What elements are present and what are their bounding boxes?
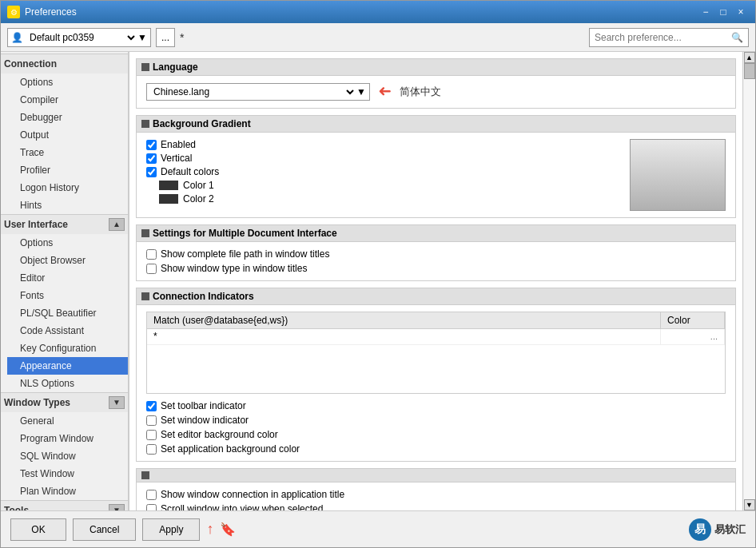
toolbar-indicator-label: Set toolbar indicator [161,400,246,411]
sidebar-item-editor[interactable]: Editor [7,269,128,287]
color1-item: Color 1 [146,180,219,191]
ok-button[interactable]: OK [10,518,66,541]
scroll-thumb[interactable] [744,63,755,79]
sidebar-item-program-window[interactable]: Program Window [7,430,128,447]
enabled-label: Enabled [161,139,196,150]
table-empty-area [147,345,725,393]
scroll-checkbox[interactable] [146,504,157,511]
window-conn-body: Show window connection in application ti… [137,482,735,510]
modified-indicator: * [180,31,184,44]
language-select[interactable]: Chinese.lang [150,85,356,98]
table-row[interactable]: * ... [147,329,725,345]
search-input[interactable] [595,32,731,43]
sidebar-item-output[interactable]: Output [7,126,128,144]
content-with-scrollbar: Language Chinese.lang ▼ ➜ [129,52,755,510]
sidebar-section-connection-label: Connection [4,57,125,71]
editor-bg-label: Set editor background color [161,429,278,440]
bg-gradient-label: Background Gradient [153,118,251,129]
sidebar-item-logon-history[interactable]: Logon History [7,179,128,197]
profile-select[interactable]: Default pc0359 [26,31,137,44]
toolbar-indicator-row: Set toolbar indicator [146,400,726,411]
vertical-scrollbar[interactable]: ▲ ▼ [742,52,755,510]
bookmark-icon: 🔖 [220,522,236,537]
sidebar-item-hints[interactable]: Hints [7,197,128,214]
sidebar-item-fonts[interactable]: Fonts [7,287,128,304]
window-indicator-label: Set window indicator [161,415,249,426]
sidebar-item-plan-window[interactable]: Plan Window [7,482,128,500]
enabled-checkbox[interactable] [146,140,157,150]
sidebar-section-window-types[interactable]: Window Types ▼ [1,392,128,412]
app-bg-label: Set application background color [161,443,300,455]
mdi-header-label: Settings for Multiple Document Interface [153,228,337,239]
cancel-button[interactable]: Cancel [73,518,136,541]
minimize-button[interactable]: − [698,4,714,20]
sidebar-item-options-conn[interactable]: Options [7,73,128,91]
preferences-window: ⚙ Preferences − □ × 👤 Default pc0359 ▼ .… [0,0,756,548]
sidebar-item-test-window[interactable]: Test Window [7,465,128,482]
vertical-check-row: Vertical [146,153,219,164]
app-bg-row: Set application background color [146,443,726,455]
color-col-header: Color [661,312,725,328]
match-col-header: Match (user@database{ed,ws}) [147,312,661,328]
sidebar-section-tools[interactable]: Tools ▼ [1,500,128,510]
user-interface-expand-btn[interactable]: ▲ [109,218,125,231]
sidebar-item-key-configuration[interactable]: Key Configuration [7,340,128,357]
editor-bg-row: Set editor background color [146,429,726,440]
sidebar-item-profiler[interactable]: Profiler [7,161,128,179]
window-types-expand-btn[interactable]: ▼ [109,396,125,409]
connection-table: Match (user@database{ed,ws}) Color * ... [146,312,726,394]
sidebar-item-code-assistant[interactable]: Code Assistant [7,322,128,340]
logo-icon: 易 [689,518,711,541]
scroll-label: Scroll window into view when selected [161,503,323,510]
apply-button[interactable]: Apply [142,518,200,541]
color1-label: Color 1 [183,180,214,191]
language-dropdown[interactable]: Chinese.lang ▼ [146,83,370,101]
sidebar-item-appearance[interactable]: Appearance [7,357,128,375]
sidebar-item-sql-window[interactable]: SQL Window [7,447,128,465]
close-button[interactable]: × [733,4,749,20]
conn-indicators-label: Connection Indicators [153,291,254,302]
indicator-checks: Set toolbar indicator Set window indicat… [146,400,726,455]
bottom-checks: Show window connection in application ti… [146,489,726,510]
toolbar-indicator-checkbox[interactable] [146,401,157,411]
editor-bg-checkbox[interactable] [146,430,157,440]
sidebar-section-user-interface[interactable]: User Interface ▲ [1,214,128,234]
language-row: Chinese.lang ▼ ➜ 简体中文 [146,82,726,101]
app-bg-checkbox[interactable] [146,444,157,455]
color-ellipsis[interactable]: ... [710,332,718,341]
scroll-down-arrow[interactable]: ▼ [744,499,755,510]
profile-dropdown[interactable]: 👤 Default pc0359 ▼ [7,28,151,47]
sidebar-item-general[interactable]: General [7,412,128,430]
language-header-label: Language [153,62,198,73]
conn-indicators-body: Match (user@database{ed,ws}) Color * ... [137,305,735,461]
sidebar-item-compiler[interactable]: Compiler [7,91,128,109]
maximize-button[interactable]: □ [715,4,731,20]
default-colors-checkbox[interactable] [146,167,157,177]
sidebar-item-nls-options[interactable]: NLS Options [7,375,128,392]
background-gradient-section: Background Gradient Enabled [136,115,736,218]
search-box[interactable]: 🔍 [589,28,749,47]
tools-expand-btn[interactable]: ▼ [109,504,125,510]
show-connection-checkbox[interactable] [146,490,157,500]
vertical-checkbox[interactable] [146,153,157,164]
mdi-checks: Show complete file path in window titles… [146,248,726,274]
sidebar-item-debugger[interactable]: Debugger [7,109,128,126]
scroll-track[interactable] [744,63,755,499]
connection-indicators-section: Connection Indicators Match (user@databa… [136,288,736,462]
window-indicator-checkbox[interactable] [146,415,157,426]
footer: OK Cancel Apply ↑ 🔖 易 易软汇 [1,510,755,547]
mdi-section: Settings for Multiple Document Interface… [136,224,736,281]
show-type-checkbox[interactable] [146,264,157,274]
ellipsis-button[interactable]: ... [156,28,175,47]
sidebar-item-options-ui[interactable]: Options [7,234,128,252]
show-path-checkbox[interactable] [146,249,157,260]
scroll-up-arrow[interactable]: ▲ [744,52,755,63]
sidebar-item-object-browser[interactable]: Object Browser [7,252,128,269]
color2-item: Color 2 [146,193,219,205]
section-square-bg [141,120,149,128]
sidebar-section-connection[interactable]: Connection [1,54,128,73]
table-header: Match (user@database{ed,ws}) Color [147,312,725,329]
sidebar-item-plsql-beautifier[interactable]: PL/SQL Beautifier [7,304,128,322]
sidebar-item-trace[interactable]: Trace [7,144,128,161]
show-path-label: Show complete file path in window titles [161,248,329,260]
